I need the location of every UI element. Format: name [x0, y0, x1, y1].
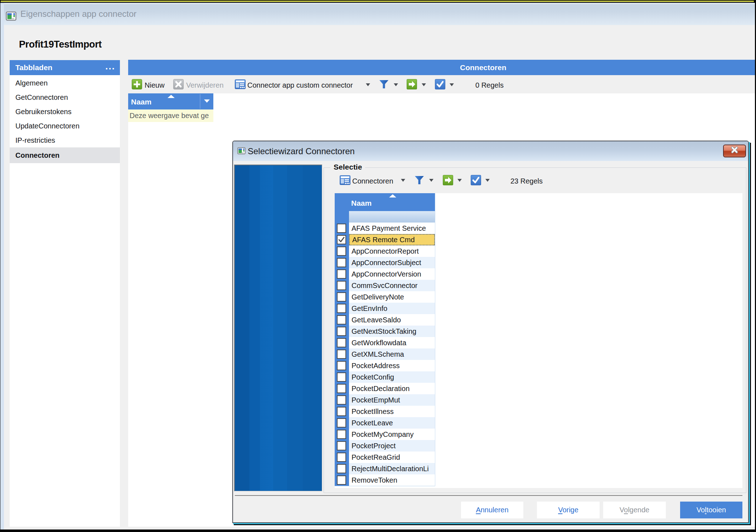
dialog-table-view-icon[interactable] — [340, 175, 350, 185]
delete-button[interactable]: Verwijderen — [186, 80, 224, 91]
arrow-right-icon[interactable] — [407, 79, 417, 89]
dialog-filter-caret-down-icon[interactable] — [429, 179, 433, 182]
main-column-header-label: Naam — [131, 98, 151, 106]
dialog-row-PocketMyCompany[interactable]: PocketMyCompany — [349, 429, 435, 440]
dialog-row-label: GetNextStockTaking — [352, 327, 416, 335]
dialog-row-AppConnectorVersion[interactable]: AppConnectorVersion — [349, 268, 435, 280]
dialog-row-PocketLeave[interactable]: PocketLeave — [349, 417, 435, 429]
row-checkbox[interactable] — [337, 315, 346, 324]
row-checkbox[interactable] — [337, 338, 346, 347]
dialog-row-label: AppConnectorVersion — [352, 270, 421, 278]
annuleren-button[interactable]: Annuleren — [461, 502, 523, 518]
row-checkbox[interactable] — [337, 327, 346, 336]
view-caret-down-icon[interactable] — [366, 83, 370, 86]
select-caret-down-icon[interactable] — [450, 83, 454, 86]
row-checkbox[interactable] — [337, 361, 346, 370]
sort-up-icon — [168, 95, 175, 98]
table-view-icon[interactable] — [235, 79, 245, 89]
dialog-row-PocketAddress[interactable]: PocketAddress — [349, 360, 435, 371]
row-checkbox[interactable] — [337, 453, 346, 462]
row-checkbox[interactable] — [337, 247, 346, 256]
dialog-view-selector[interactable]: Connectoren — [352, 176, 393, 186]
row-checkbox[interactable] — [337, 372, 346, 382]
row-checkbox[interactable] — [337, 418, 346, 428]
sidebar-item-connectoren[interactable]: Connectoren — [10, 147, 120, 163]
dialog-row-label: PocketLeave — [352, 419, 393, 427]
sidebar-item-ip-restricties[interactable]: IP-restricties — [10, 133, 120, 147]
row-checkbox[interactable] — [337, 407, 346, 416]
dialog-funnel-icon[interactable] — [414, 175, 425, 185]
dialog-row-PocketIllness[interactable]: PocketIllness — [349, 406, 435, 417]
new-button[interactable]: Nieuw — [145, 80, 165, 91]
funnel-icon[interactable] — [379, 79, 389, 89]
dialog-edge-bottom — [233, 523, 750, 524]
window-titlebar[interactable]: Eigenschappen app connector — [4, 3, 755, 25]
dialog-titlebar[interactable]: Selectiewizard Connectoren — [233, 141, 748, 161]
row-checkbox[interactable] — [337, 475, 346, 485]
view-selector[interactable]: Connector app custom connector — [247, 80, 353, 91]
dialog-row-PocketDeclaration[interactable]: PocketDeclaration — [349, 383, 435, 394]
row-checkbox[interactable] — [337, 269, 346, 279]
dialog-row-label: PocketAddress — [352, 362, 400, 370]
volgende-button[interactable]: Volgende — [603, 502, 666, 518]
dialog-row-label: AFAS Payment Service — [352, 224, 426, 232]
row-checkbox[interactable] — [337, 395, 346, 405]
dialog-row-PocketReaGrid[interactable]: PocketReaGrid — [349, 452, 435, 463]
dialog-filter-row[interactable] — [349, 211, 435, 223]
dialog-arrow-right-icon[interactable] — [443, 175, 453, 185]
sidebar-item-algemeen[interactable]: Algemeen — [10, 76, 120, 90]
sidebar-item-updateconnectoren[interactable]: UpdateConnectoren — [10, 119, 120, 133]
sidebar-header: Tabbladen ... — [10, 60, 120, 75]
row-checkbox[interactable] — [337, 384, 346, 393]
row-checkbox[interactable] — [337, 430, 346, 439]
sidebar-item-gebruikerstokens[interactable]: Gebruikerstokens — [10, 104, 120, 119]
dialog-row-AFAS Remote Cmd[interactable]: AFAS Remote Cmd — [349, 234, 435, 245]
dialog-checkmark-icon[interactable] — [471, 175, 481, 185]
row-checkbox[interactable] — [337, 350, 346, 359]
dialog-export-caret-down-icon[interactable] — [457, 179, 462, 182]
dialog-row-GetWorkflowdata[interactable]: GetWorkflowdata — [349, 337, 435, 348]
close-icon[interactable] — [723, 145, 746, 157]
sidebar-menu-dots[interactable]: ... — [105, 60, 115, 75]
dialog-row-AFAS Payment Service[interactable]: AFAS Payment Service — [349, 223, 435, 234]
dialog-row-GetDeliveryNote[interactable]: GetDeliveryNote — [349, 291, 435, 303]
export-caret-down-icon[interactable] — [422, 83, 426, 86]
dialog-row-CommSvcConnector[interactable]: CommSvcConnector — [349, 280, 435, 291]
main-pane-header-label: Connectoren — [460, 60, 507, 75]
dialog-row-AppConnectorSubject[interactable]: AppConnectorSubject — [349, 257, 435, 268]
dialog-row-PocketEmpMut[interactable]: PocketEmpMut — [349, 394, 435, 406]
row-checkbox[interactable] — [337, 224, 346, 233]
checkmark-icon[interactable] — [435, 79, 445, 89]
x-delete-icon[interactable] — [173, 79, 184, 89]
row-checkbox[interactable] — [337, 281, 346, 290]
dialog-app-icon — [237, 147, 246, 156]
main-column-header[interactable]: Naam — [128, 93, 213, 109]
sidebar-item-getconnectoren[interactable]: GetConnectoren — [10, 90, 120, 104]
dialog-row-GetEnvInfo[interactable]: GetEnvInfo — [349, 303, 435, 314]
dialog-row-PocketProject[interactable]: PocketProject — [349, 440, 435, 452]
dialog-row-AppConnectorReport[interactable]: AppConnectorReport — [349, 245, 435, 257]
dialog-select-caret-down-icon[interactable] — [485, 179, 490, 182]
column-filter-caret-down-icon[interactable] — [204, 99, 210, 103]
dialog-view-caret-down-icon[interactable] — [401, 179, 405, 182]
row-checkbox-checked[interactable] — [337, 235, 346, 244]
row-checkbox[interactable] — [337, 464, 346, 473]
vorige-button[interactable]: Vorige — [537, 502, 600, 518]
row-checkbox[interactable] — [337, 292, 346, 302]
plus-icon[interactable] — [132, 79, 142, 89]
dialog-row-GetXMLSchema[interactable]: GetXMLSchema — [349, 348, 435, 360]
dialog-shadow-right — [750, 143, 751, 525]
dialog-row-RemoveToken[interactable]: RemoveToken — [349, 474, 435, 486]
dialog-row-label: PocketEmpMut — [352, 396, 400, 404]
dialog-row-GetNextStockTaking[interactable]: GetNextStockTaking — [349, 326, 435, 337]
row-checkbox[interactable] — [337, 441, 346, 450]
dialog-row-RejectMultiDeclarationLi[interactable]: RejectMultiDeclarationLi — [349, 463, 435, 474]
dialog-row-PocketConfig[interactable]: PocketConfig — [349, 371, 435, 383]
voltooien-button[interactable]: Voltooien — [680, 502, 742, 518]
dialog-row-GetLeaveSaldo[interactable]: GetLeaveSaldo — [349, 314, 435, 326]
filter-caret-down-icon[interactable] — [394, 83, 398, 86]
dialog-column-header[interactable]: Naam — [335, 193, 435, 211]
row-checkbox[interactable] — [337, 258, 346, 267]
row-count: 0 Regels — [475, 80, 504, 91]
row-checkbox[interactable] — [337, 304, 346, 313]
